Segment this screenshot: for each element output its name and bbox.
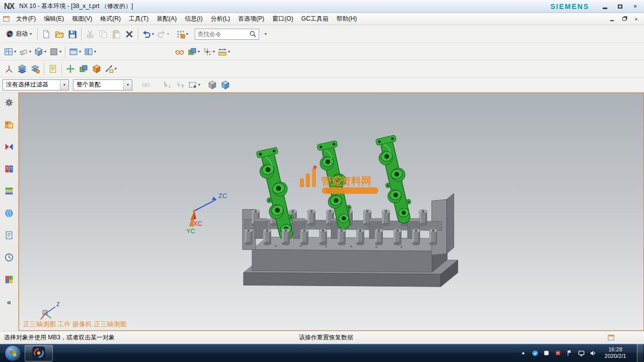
- datum-csys-button[interactable]: [3, 62, 16, 75]
- action-center-button[interactable]: [566, 349, 574, 357]
- delete-button[interactable]: [123, 28, 136, 41]
- copy-button[interactable]: [97, 28, 110, 41]
- eraser-button[interactable]: [18, 45, 33, 58]
- rectangle-select-button[interactable]: [187, 78, 202, 92]
- search-input[interactable]: [197, 31, 249, 38]
- close-button[interactable]: ×: [628, 2, 642, 11]
- move-arrows-icon: [66, 64, 75, 73]
- minimize-button[interactable]: [598, 2, 612, 11]
- tray-app-button[interactable]: [542, 349, 550, 357]
- paste-icon: [112, 30, 121, 39]
- menu-edit[interactable]: 编辑(E): [40, 13, 68, 25]
- new-file-button[interactable]: [40, 28, 53, 41]
- web-browser-button[interactable]: [4, 208, 14, 218]
- paste-button[interactable]: [110, 28, 123, 41]
- save-button[interactable]: [66, 28, 79, 41]
- repeat-command-button[interactable]: [175, 28, 190, 41]
- annotation-button[interactable]: [46, 62, 59, 75]
- volume-button[interactable]: [589, 349, 597, 357]
- fixture-assembly[interactable]: [243, 135, 458, 287]
- menu-window[interactable]: 窗口(O): [268, 13, 297, 25]
- redo-button[interactable]: [155, 28, 171, 41]
- menu-tools[interactable]: 工具(T): [125, 13, 152, 25]
- bounding-box-button[interactable]: [90, 62, 103, 75]
- clip-section-button[interactable]: [186, 45, 201, 58]
- mdi-minimize-button[interactable]: [607, 15, 617, 23]
- mdi-close-button[interactable]: ×: [631, 15, 641, 23]
- menubar: 文件(F) 编辑(E) 视图(V) 格式(R) 工具(T) 装配(A) 信息(I…: [0, 13, 644, 25]
- window-layout-button[interactable]: [3, 45, 18, 58]
- roles-button[interactable]: [4, 98, 14, 108]
- snap-point-icon: [203, 47, 212, 56]
- show-hide-button[interactable]: [173, 45, 186, 58]
- menu-gc-toolbox[interactable]: GC工具箱: [297, 13, 333, 25]
- snap-point-button[interactable]: [201, 45, 216, 58]
- tray-update-button[interactable]: [531, 349, 539, 357]
- wcs-triad[interactable]: ZC XC YC: [186, 192, 227, 235]
- part-navigator-button[interactable]: [4, 164, 14, 174]
- selection-filter-combo[interactable]: 没有选择过滤器: [3, 79, 69, 90]
- highlight-solid-button[interactable]: [206, 78, 219, 92]
- search-options-button[interactable]: [259, 28, 272, 41]
- assembly-clip-button[interactable]: [77, 62, 90, 75]
- layer-settings-button[interactable]: [16, 62, 29, 75]
- menu-information[interactable]: 信息(I): [181, 13, 206, 25]
- split-view-button[interactable]: [83, 45, 98, 58]
- tray-expand-button[interactable]: [519, 349, 527, 357]
- menu-format[interactable]: 格式(R): [96, 13, 125, 25]
- open-button[interactable]: [53, 28, 66, 41]
- menu-assemblies[interactable]: 装配(A): [152, 13, 181, 25]
- dropdown-arrow-icon: [79, 50, 81, 54]
- constraint-navigator-button[interactable]: [4, 142, 14, 152]
- interpart-link-button[interactable]: [139, 78, 152, 92]
- maximize-button[interactable]: [613, 2, 627, 11]
- taskbar-nx-app-button[interactable]: [25, 345, 53, 361]
- history-clock-icon: [5, 253, 14, 262]
- nx-app-icon: [32, 346, 45, 359]
- layer-category-button[interactable]: [29, 62, 42, 75]
- clock[interactable]: 16:28 2020/2/1: [600, 346, 630, 359]
- green-part-right[interactable]: [374, 135, 416, 226]
- network-monitor-icon: [578, 349, 585, 357]
- select-add-button[interactable]: [160, 78, 174, 92]
- select-top-button[interactable]: [174, 78, 187, 92]
- menu-view[interactable]: 视图(V): [68, 13, 96, 25]
- graphics-viewport[interactable]: ZC XC YC 管道资料网 Z 正三轴测图: [19, 93, 644, 331]
- cut-button[interactable]: [84, 28, 97, 41]
- reuse-library-button[interactable]: [4, 186, 14, 196]
- start-menu-button[interactable]: 启动: [3, 27, 35, 41]
- measure-button[interactable]: [216, 45, 231, 58]
- status-doc-icon[interactable]: [607, 334, 615, 341]
- selection-scope-combo[interactable]: 整个装配: [73, 79, 132, 90]
- start-orb-button[interactable]: [5, 345, 21, 361]
- undo-button[interactable]: [140, 28, 155, 41]
- windows-flag-icon: [9, 349, 17, 357]
- menu-help[interactable]: 帮助(H): [333, 13, 361, 25]
- palette-button[interactable]: [4, 275, 14, 285]
- command-search-box[interactable]: [195, 29, 259, 40]
- selection-filter-value: 没有选择过滤器: [6, 80, 48, 89]
- shaded-cube-icon: [34, 47, 43, 56]
- separator: [138, 28, 138, 40]
- background-button[interactable]: [48, 45, 63, 58]
- mdi-restore-button[interactable]: [619, 15, 629, 23]
- show-desktop-button[interactable]: [637, 344, 643, 362]
- tray-security-button[interactable]: [554, 349, 562, 357]
- transparent-solid-button[interactable]: [219, 78, 232, 92]
- collapse-button[interactable]: «: [4, 297, 14, 307]
- dropdown-arrow-icon: [44, 50, 46, 54]
- history-button[interactable]: [4, 252, 14, 262]
- menu-file[interactable]: 文件(F): [12, 13, 40, 25]
- measure-distance-button[interactable]: [103, 62, 118, 75]
- move-object-button[interactable]: [64, 62, 77, 75]
- network-button[interactable]: [577, 349, 585, 357]
- clock-date: 2020/2/1: [600, 353, 630, 359]
- copy-icon: [99, 30, 108, 39]
- render-style-button[interactable]: [33, 45, 48, 58]
- menu-preferences[interactable]: 首选项(P): [234, 13, 268, 25]
- assembly-navigator-button[interactable]: [4, 120, 14, 130]
- view-window-button[interactable]: [67, 45, 83, 58]
- notes-button[interactable]: [4, 230, 14, 240]
- red-badge-icon: [554, 349, 561, 356]
- menu-analysis[interactable]: 分析(L): [207, 13, 234, 25]
